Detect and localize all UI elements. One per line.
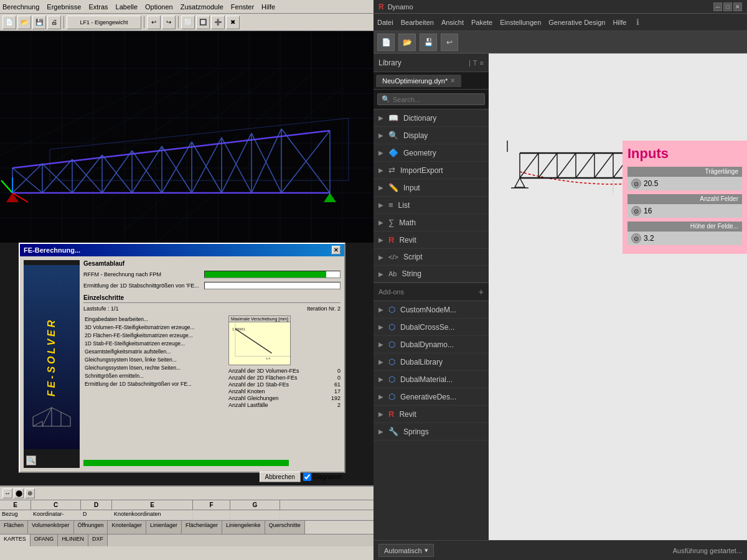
addons-label: Add-ons (378, 288, 404, 296)
cell-g1[interactable] (230, 510, 280, 520)
toolbar-btn-5[interactable]: ↩ (147, 16, 161, 29)
lib-item-geometry[interactable]: ▶ 🔷 Geometry (374, 144, 489, 162)
lib-item-generativedes[interactable]: ▶ ⬡ GenerativeDes... (374, 388, 489, 406)
cell-e1[interactable]: Bezug (0, 510, 31, 520)
menu-hilfe[interactable]: Hilfe (613, 19, 626, 26)
menu-extras[interactable]: Extras (88, 3, 108, 11)
menu-pakete[interactable]: Pakete (471, 19, 492, 26)
menu-hilfe[interactable]: Hilfe (261, 3, 275, 11)
tab-offnungen[interactable]: Öffnungen (74, 521, 108, 534)
menu-fenster[interactable]: Fenster (231, 3, 254, 11)
tab-volumen[interactable]: Volumenkörper (28, 521, 74, 534)
step-2[interactable]: 2D Flächen-FE-Steifigkeitsmatrizen erzeu… (83, 332, 226, 339)
ss-btn-2[interactable]: ⬤ (14, 488, 24, 498)
anzahl-stepper[interactable]: ⊙ (631, 206, 641, 216)
toolbar-btn-1[interactable]: 📄 (2, 16, 16, 29)
toolbar-btn-7[interactable]: ⬜ (181, 16, 195, 29)
diagramm-checkbox[interactable]: Diagramm (303, 473, 342, 481)
lib-item-springs[interactable]: ▶ 🔧 Springs (374, 423, 489, 441)
new-btn[interactable]: 📄 (377, 34, 395, 51)
step-6[interactable]: Gleichungssystem lösen, rechte Seiten... (83, 364, 226, 371)
toolbar-btn-10[interactable]: ✖ (226, 16, 240, 29)
lib-item-importexport[interactable]: ▶ ⇄ ImportExport (374, 162, 489, 179)
step-1[interactable]: 3D Volumen-FE-Steifigkeitsmatrizen erzeu… (83, 324, 226, 331)
lib-item-dubaldynamo[interactable]: ▶ ⬡ DubalDynamo... (374, 336, 489, 353)
dynamo-canvas[interactable]: Inputs Trägerlänge ⊙ 20.5 Anzahl Felder … (489, 54, 747, 540)
lib-item-display[interactable]: ▶ 🔍 Display (374, 127, 489, 144)
lib-item-dubalcross[interactable]: ▶ ⬡ DubalCrossSe... (374, 319, 489, 336)
menu-generative[interactable]: Generative Design (548, 19, 605, 26)
lib-item-string[interactable]: ▶ Ab String (374, 266, 489, 282)
menu-bearbeiten[interactable]: Bearbeiten (401, 19, 434, 26)
toolbar-btn-4[interactable]: 🖨 (47, 16, 61, 29)
toolbar-dropdown[interactable]: LF1 - Eigengewicht (67, 16, 141, 29)
step-8[interactable]: Ermittlung der 1D Stabschnittgrößen vor … (83, 380, 226, 388)
lib-item-dictionary[interactable]: ▶ 📖 Dictionary (374, 110, 489, 127)
tab-linienlager[interactable]: Linienlager (146, 521, 182, 534)
toolbar-btn-8[interactable]: 🔲 (196, 16, 210, 29)
lib-item-revit[interactable]: ▶ R Revit (374, 231, 489, 249)
cell-d1[interactable]: D (81, 510, 112, 520)
info-icon[interactable]: ℹ (636, 17, 639, 27)
step-0[interactable]: Eingabedaten bearbeiten... (83, 315, 226, 323)
menu-einstellungen[interactable]: Einstellungen (500, 19, 541, 26)
lib-item-dubalmaterial[interactable]: ▶ ⬡ DubalMaterial... (374, 371, 489, 388)
menu-zusatzmodule[interactable]: Zusatzmodule (181, 3, 223, 11)
abort-button[interactable]: Abbrechen (260, 472, 301, 482)
step-7[interactable]: Schnittgrößen ermitteln... (83, 372, 226, 380)
lib-item-math[interactable]: ▶ ∑ Math (374, 214, 489, 231)
status-dropdown[interactable]: Automatisch ▾ (378, 544, 434, 557)
lib-item-input[interactable]: ▶ ✏️ Input (374, 179, 489, 197)
tab-liniengelenke[interactable]: Liniengelenke (222, 521, 265, 534)
step-3[interactable]: 1D Stab-FE-Steifigkeitsmatrizen erzeuge.… (83, 340, 226, 347)
tab-hlinien[interactable]: HLINIEN (58, 534, 88, 546)
maximize-btn[interactable]: □ (723, 2, 732, 11)
menu-labelle[interactable]: Labelle (116, 3, 138, 11)
menu-berechnung[interactable]: Berechnung (2, 3, 39, 11)
toolbar-btn-9[interactable]: ➕ (211, 16, 225, 29)
minimize-btn[interactable]: ─ (713, 2, 722, 11)
save-btn[interactable]: 💾 (420, 34, 437, 51)
tab-dxf[interactable]: DXF (88, 534, 108, 546)
menu-ansicht[interactable]: Ansicht (441, 19, 464, 26)
tab-querschnitte[interactable]: Querschnitte (265, 521, 305, 534)
menu-ergebnisse[interactable]: Ergebnisse (47, 3, 81, 11)
cell-f1[interactable] (193, 510, 230, 520)
lib-item-revit2[interactable]: ▶ R Revit (374, 406, 489, 423)
tragerlanage-stepper[interactable]: ⊙ (631, 179, 641, 189)
undo-btn[interactable]: ↩ (441, 34, 458, 51)
tab-kartes[interactable]: KARTES (0, 534, 31, 546)
tab-ofang[interactable]: OFANG (31, 534, 59, 546)
fe-dialog-close[interactable]: ✕ (332, 246, 341, 254)
toolbar-btn-2[interactable]: 📂 (17, 16, 31, 29)
lib-icon-2[interactable]: T (473, 59, 477, 67)
ss-btn-1[interactable]: ↔ (2, 488, 12, 498)
toolbar-btn-3[interactable]: 💾 (32, 16, 46, 29)
menu-optionen[interactable]: Optionen (145, 3, 173, 11)
addons-plus[interactable]: + (479, 287, 484, 297)
dynamo-tab-active[interactable]: NeuOptimierung.dyn* ✕ (376, 75, 461, 87)
tab-flachenlager[interactable]: Flächenlager (182, 521, 222, 534)
toolbar-btn-6[interactable]: ↪ (162, 16, 176, 29)
search-input[interactable] (393, 96, 467, 103)
ss-btn-3[interactable]: ⊕ (25, 488, 35, 498)
close-btn[interactable]: ✕ (733, 2, 742, 11)
tab-knotenlager[interactable]: Knotenlager (108, 521, 146, 534)
lib-item-list[interactable]: ▶ ≡ List (374, 197, 489, 214)
fe-search-btn[interactable]: 🔍 (26, 455, 36, 465)
open-btn[interactable]: 📂 (398, 34, 416, 51)
menu-datei[interactable]: Datei (377, 19, 393, 26)
lib-item-customnode[interactable]: ▶ ⬡ CustomNodeM... (374, 301, 489, 319)
lib-icon-3[interactable]: ≡ (480, 59, 484, 67)
lib-item-duballibrary[interactable]: ▶ ⬡ DubalLibrary (374, 353, 489, 371)
diagramm-check-input[interactable] (303, 473, 311, 481)
tab-flachen[interactable]: Flächen (0, 521, 28, 534)
lib-icon-1[interactable]: | (469, 59, 471, 67)
hohe-stepper[interactable]: ⊙ (631, 233, 641, 243)
cell-e2-1[interactable]: Knotenkoordinaten (112, 510, 193, 520)
step-5[interactable]: Gleichungssystem lösen, linke Seiten... (83, 356, 226, 363)
lib-item-script[interactable]: ▶ </> Script (374, 249, 489, 266)
tab-close[interactable]: ✕ (450, 77, 455, 84)
step-4[interactable]: Gesamtsteifigkeitsmatrix aufstellen... (83, 348, 226, 355)
cell-c1[interactable]: Koordinatar- (31, 510, 81, 520)
